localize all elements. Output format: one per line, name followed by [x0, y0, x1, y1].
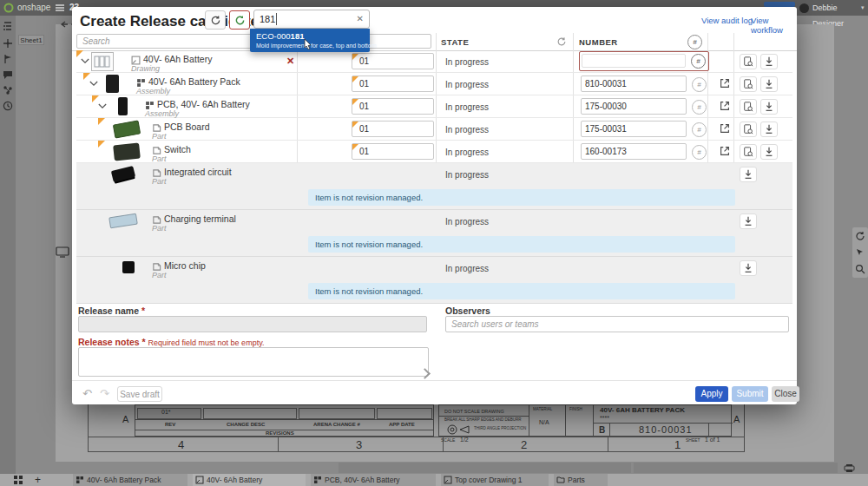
- follow-mode-icon[interactable]: [3, 85, 13, 95]
- sheet-tab[interactable]: Sheet1: [18, 35, 44, 45]
- history-icon[interactable]: [3, 101, 13, 111]
- release-notes-textarea[interactable]: [78, 347, 429, 377]
- export-button[interactable]: [760, 76, 778, 92]
- export-button[interactable]: [760, 144, 778, 160]
- clear-search-icon[interactable]: ✕: [357, 14, 364, 23]
- redo-icon[interactable]: ↷: [100, 387, 109, 400]
- save-draft-button[interactable]: Save draft: [117, 386, 162, 402]
- avatar[interactable]: [799, 3, 809, 13]
- change-order-button[interactable]: [229, 10, 250, 30]
- table-row[interactable]: PCB, 40V- 6Ah Battery Assembly In progre…: [76, 95, 792, 118]
- auto-number-icon[interactable]: #: [692, 77, 707, 92]
- auto-number-icon[interactable]: #: [691, 54, 706, 69]
- open-item-icon[interactable]: [719, 122, 731, 135]
- release-name-input[interactable]: [78, 316, 427, 332]
- third-angle-note: THIRD ANGLE PROJECTION: [474, 426, 526, 430]
- table-row[interactable]: Switch Part In progress #: [76, 141, 792, 163]
- measure-icon[interactable]: [3, 38, 13, 49]
- view-settings-icon[interactable]: [56, 246, 69, 258]
- app-root: onshape 23 Debbie Designer ▾ Sheet1 4 3 …: [0, 0, 868, 486]
- auto-number-all-icon[interactable]: #: [687, 35, 702, 49]
- main-menu-icon[interactable]: [56, 4, 64, 11]
- view-changes-button[interactable]: [740, 122, 757, 137]
- break-edges-note: BREAK ALL SHARP EDGES AND DEBURR: [444, 417, 524, 422]
- view-pan-icon[interactable]: [855, 247, 865, 258]
- view-rotate-icon[interactable]: [855, 231, 865, 241]
- view-changes-button[interactable]: [740, 144, 757, 160]
- item-type: Assembly: [136, 87, 170, 95]
- table-row-unmanaged[interactable]: Charging terminal Part In progress Item …: [76, 210, 792, 257]
- export-button[interactable]: [760, 122, 778, 137]
- change-order-search-input[interactable]: 181 ✕: [253, 10, 370, 29]
- revision-input[interactable]: [352, 53, 434, 69]
- undo-icon[interactable]: ↶: [82, 387, 92, 400]
- tab-parts-folder[interactable]: Parts: [554, 474, 608, 486]
- auto-number-icon[interactable]: #: [692, 100, 707, 115]
- release-notes-label: Release notes * Required field must not …: [78, 337, 264, 347]
- export-button[interactable]: [740, 213, 757, 229]
- chevron-down-icon[interactable]: [98, 103, 107, 109]
- flag-icon[interactable]: [3, 54, 13, 64]
- submit-button[interactable]: Submit: [732, 386, 768, 402]
- release-name-label: Release name *: [78, 305, 145, 316]
- export-button[interactable]: [740, 167, 757, 182]
- view-changes-button[interactable]: [740, 99, 757, 115]
- item-name: Switch: [164, 144, 191, 154]
- chevron-down-icon[interactable]: [89, 81, 98, 87]
- revision-input[interactable]: [352, 121, 434, 137]
- view-changes-button[interactable]: [740, 54, 757, 69]
- number-input[interactable]: [581, 98, 687, 115]
- state-value: In progress: [445, 170, 489, 180]
- apply-button[interactable]: Apply: [695, 386, 728, 402]
- comment-icon[interactable]: [3, 69, 13, 80]
- refresh-button[interactable]: [205, 10, 226, 30]
- rev-header: REV: [165, 422, 175, 427]
- number-input[interactable]: [581, 143, 687, 160]
- number-input[interactable]: [581, 76, 687, 92]
- add-tab-button[interactable]: +: [35, 474, 41, 486]
- table-row-unmanaged[interactable]: Micro chip Part In progress Item is not …: [76, 257, 792, 304]
- table-row[interactable]: 40V- 6Ah Battery Drawing ✕ In progress #: [76, 50, 792, 73]
- export-button[interactable]: [740, 260, 757, 276]
- release-notes-label-text: Release notes: [78, 337, 140, 347]
- remove-item-icon[interactable]: ✕: [286, 56, 294, 67]
- tab-top-cover-drawing[interactable]: Top cover Drawing 1: [441, 474, 549, 486]
- view-audit-log-link[interactable]: View audit log: [701, 16, 753, 25]
- table-row[interactable]: 40V- 6Ah Battery Pack Assembly In progre…: [76, 73, 792, 95]
- tab-pcb-assembly[interactable]: PCB, 40V- 6Ah Battery: [311, 474, 436, 486]
- view-workflow-link[interactable]: View workflow: [751, 16, 797, 35]
- state-value: In progress: [445, 80, 489, 89]
- revision-input[interactable]: [352, 76, 434, 92]
- tab-battery-pack[interactable]: 40V- 6Ah Battery Pack: [73, 474, 187, 486]
- auto-number-icon[interactable]: #: [692, 122, 707, 137]
- view-changes-button[interactable]: [740, 76, 757, 92]
- close-button[interactable]: Close: [772, 386, 799, 402]
- export-button[interactable]: [760, 54, 778, 69]
- number-input[interactable]: [582, 54, 686, 68]
- chevron-down-icon[interactable]: [81, 58, 89, 64]
- user-menu-caret-icon[interactable]: ▾: [861, 0, 865, 16]
- open-item-icon[interactable]: [719, 145, 731, 157]
- warning-triangle-icon: [352, 54, 358, 60]
- number-input[interactable]: [581, 121, 687, 137]
- auto-number-icon[interactable]: #: [692, 145, 707, 160]
- table-row[interactable]: PCB Board Part In progress #: [76, 118, 792, 141]
- open-item-icon[interactable]: [719, 100, 731, 112]
- suggestion-description: Mold improvements for case, top and bott…: [256, 43, 370, 49]
- export-button[interactable]: [760, 99, 778, 115]
- number-column-header: NUMBER: [579, 37, 618, 47]
- state-value: In progress: [445, 264, 489, 273]
- change-order-suggestion[interactable]: ECO-000181 Mold improvements for case, t…: [250, 29, 370, 52]
- feature-list-icon[interactable]: [3, 21, 13, 31]
- revision-input[interactable]: [352, 143, 434, 160]
- item-name: PCB, 40V- 6Ah Battery: [157, 99, 250, 109]
- tab-battery-drawing[interactable]: 40V- 6Ah Battery: [193, 474, 306, 486]
- manage-tabs-icon[interactable]: [14, 476, 23, 484]
- revision-input[interactable]: [352, 98, 434, 115]
- observers-input[interactable]: [445, 316, 789, 332]
- printer-icon[interactable]: [844, 463, 855, 473]
- refresh-states-icon[interactable]: [556, 36, 567, 47]
- table-row-unmanaged[interactable]: Integrated circuit Part In progress Item…: [76, 163, 792, 210]
- open-item-icon[interactable]: [719, 77, 731, 89]
- view-zoom-icon[interactable]: [855, 264, 865, 274]
